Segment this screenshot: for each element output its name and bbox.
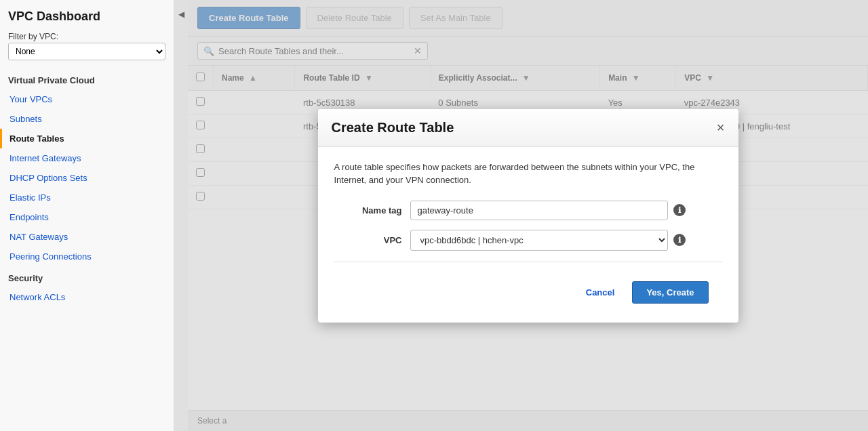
yes-create-button[interactable]: Yes, Create (632, 281, 708, 304)
modal-title: Create Route Table (332, 120, 454, 136)
sidebar-item-nat-gateways[interactable]: NAT Gateways (0, 227, 174, 247)
name-tag-info-icon[interactable]: ℹ (673, 204, 686, 216)
sidebar-item-internet-gateways[interactable]: Internet Gateways (0, 148, 174, 168)
sidebar-item-subnets[interactable]: Subnets (0, 109, 174, 129)
name-tag-control-wrap: ℹ (410, 201, 722, 220)
sidebar-item-your-vpcs[interactable]: Your VPCs (0, 89, 174, 109)
vpc-info-icon[interactable]: ℹ (673, 234, 686, 246)
main-content: Create Route Table Delete Route Table Se… (188, 0, 868, 431)
sidebar-item-route-tables[interactable]: Route Tables (0, 129, 174, 148)
sidebar-filter-wrap: None (0, 43, 174, 68)
modal-body: A route table specifies how packets are … (318, 147, 738, 323)
name-tag-label: Name tag (334, 205, 402, 216)
sidebar-filter-select[interactable]: None (8, 43, 165, 60)
vpc-control-wrap: vpc-bbdd6bdc | hchen-vpc ℹ (410, 230, 722, 251)
vpc-row: VPC vpc-bbdd6bdc | hchen-vpc ℹ (334, 230, 722, 251)
modal-overlay: Create Route Table × A route table speci… (188, 0, 868, 431)
sidebar-item-dhcp-options-sets[interactable]: DHCP Options Sets (0, 168, 174, 188)
vpc-label: VPC (334, 235, 402, 245)
sidebar-item-elastic-ips[interactable]: Elastic IPs (0, 188, 174, 207)
modal-footer: Cancel Yes, Create (334, 273, 722, 312)
modal-divider (334, 262, 722, 262)
sidebar-collapse-button[interactable]: ◀ (174, 0, 188, 431)
cancel-button[interactable]: Cancel (575, 281, 626, 304)
sidebar: VPC Dashboard Filter by VPC: None Virtua… (0, 0, 174, 431)
modal-close-button[interactable]: × (717, 121, 725, 134)
sidebar-item-network-acls[interactable]: Network ACLs (0, 287, 174, 307)
name-tag-row: Name tag ℹ (334, 201, 722, 220)
modal-header: Create Route Table × (318, 109, 738, 147)
sidebar-filter-label: Filter by VPC: (0, 28, 174, 43)
vpc-select[interactable]: vpc-bbdd6bdc | hchen-vpc (410, 230, 668, 251)
sidebar-section-vpc: Virtual Private Cloud (0, 68, 174, 89)
sidebar-section-security: Security (0, 266, 174, 287)
modal-form: Name tag ℹ VPC vpc-bbdd6bdc | hchen-vpc (334, 201, 722, 251)
modal-description: A route table specifies how packets are … (334, 161, 722, 187)
sidebar-title: VPC Dashboard (0, 0, 174, 28)
create-route-table-modal: Create Route Table × A route table speci… (318, 109, 738, 323)
name-tag-input[interactable] (410, 201, 668, 220)
sidebar-item-endpoints[interactable]: Endpoints (0, 207, 174, 227)
sidebar-item-peering-connections[interactable]: Peering Connections (0, 247, 174, 266)
